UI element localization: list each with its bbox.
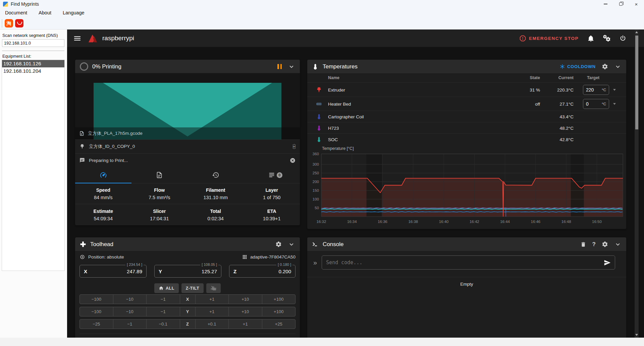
menu-icon[interactable] <box>73 34 82 43</box>
svg-text:16:44: 16:44 <box>500 220 510 224</box>
axis-x-field[interactable]: X 247.89 [ 234.54 ] <box>79 265 147 278</box>
axis-x-limit: [ 234.54 ] <box>125 263 144 267</box>
chevron-down-icon[interactable] <box>614 63 622 70</box>
print-panel-tabs: 0 <box>75 167 300 183</box>
store-icon[interactable] <box>15 19 23 27</box>
sidebar: Scan network segment (DNS) Equipment Lis… <box>0 30 67 346</box>
printer-webview: raspberrypi EMERGENCY STOP 0% Printing <box>67 30 644 338</box>
jog-button[interactable]: +10 <box>229 307 262 316</box>
taobao-icon[interactable]: 淘 <box>5 19 13 27</box>
jog-button[interactable]: −25 <box>80 320 113 329</box>
close-button[interactable]: × <box>629 0 644 8</box>
temp-row-soc: SOC 42.8°C <box>307 133 626 145</box>
tab-queue[interactable]: 0 <box>244 167 300 183</box>
bed-target-input[interactable]: °C <box>583 99 609 109</box>
svg-text:16:40: 16:40 <box>439 220 449 224</box>
tab-history[interactable] <box>187 167 244 183</box>
dropdown-caret-icon[interactable] <box>613 89 616 91</box>
menu-about[interactable]: About <box>39 10 51 15</box>
chevron-down-icon[interactable] <box>288 63 295 70</box>
jog-button[interactable]: +0.1 <box>196 320 229 329</box>
stat-label: Slicer <box>131 209 188 214</box>
menu-document[interactable]: Document <box>5 10 27 15</box>
jog-button[interactable]: +100 <box>262 307 296 316</box>
console-empty-text: Empty <box>307 282 626 287</box>
console-command-input[interactable] <box>326 260 604 266</box>
scroll-up-icon[interactable] <box>635 31 638 33</box>
jog-button[interactable]: +1 <box>229 320 262 329</box>
send-icon[interactable] <box>604 259 611 266</box>
jog-button[interactable]: +1 <box>196 307 229 316</box>
gear-icon[interactable] <box>275 241 282 247</box>
stat-value: 131.10 mm <box>187 195 244 200</box>
maximize-button[interactable] <box>613 0 629 8</box>
window-titlebar: Find Myprints × <box>0 0 644 8</box>
mesh-profile[interactable]: adaptive-7F8047CA50 <box>242 254 296 260</box>
progress-ring-icon <box>80 62 88 71</box>
chart-canvas: 5010015020025030036016:3216:3416:3616:38… <box>307 145 626 225</box>
svg-text:16:50: 16:50 <box>592 220 602 224</box>
equipment-item[interactable]: 192.168.101.126 <box>2 60 64 67</box>
scan-segment-input[interactable] <box>2 39 64 47</box>
axis-z-field[interactable]: Z 0.200 [ 0.180 ] <box>229 265 296 278</box>
home-all-button[interactable]: ALL <box>154 283 179 293</box>
chevron-down-icon[interactable] <box>288 241 295 248</box>
scrollbar-thumb[interactable] <box>635 36 638 129</box>
print-stats-row2: Estimate54:09:34 Slicer17:04:31 Total0:0… <box>75 205 300 225</box>
position-mode: Position: absolute <box>88 254 124 260</box>
tab-files[interactable] <box>131 167 188 183</box>
toolhead-panel-header: Toolhead <box>75 237 300 251</box>
extruder-target-input[interactable]: °C <box>583 85 609 95</box>
chevron-down-icon[interactable] <box>614 241 622 248</box>
jog-button[interactable]: −10 <box>113 307 147 316</box>
snowflake-icon <box>560 64 565 69</box>
help-icon[interactable]: ? <box>592 241 596 248</box>
status-message: Preparing to Print... <box>89 158 128 163</box>
tab-speed[interactable] <box>75 167 131 183</box>
move-cross-icon <box>80 241 86 247</box>
dropdown-caret-icon[interactable] <box>613 103 616 105</box>
jog-button[interactable]: −1 <box>147 295 180 304</box>
jog-button[interactable]: −100 <box>80 307 113 316</box>
scroll-down-icon[interactable] <box>635 334 638 336</box>
trash-icon[interactable] <box>580 241 586 247</box>
console-command-field[interactable] <box>322 255 615 270</box>
jog-button[interactable]: −100 <box>80 295 113 304</box>
motors-off-button[interactable] <box>206 283 221 293</box>
temperature-chart[interactable]: Temperature [°C] 5010015020025030036016:… <box>307 145 626 228</box>
axis-y-field[interactable]: Y 125.27 [ 108.05 ] <box>154 265 221 278</box>
gear-icon[interactable] <box>602 241 608 247</box>
jog-button[interactable]: −1 <box>147 307 180 316</box>
jog-button[interactable]: +10 <box>229 295 262 304</box>
power-icon[interactable] <box>619 35 627 42</box>
jog-button[interactable]: −10 <box>113 295 147 304</box>
svg-text:200: 200 <box>313 180 319 184</box>
notifications-bell-icon[interactable] <box>587 35 594 42</box>
jog-button[interactable]: +100 <box>262 295 296 304</box>
console-title: Console <box>323 241 343 248</box>
print-status-title: 0% Printing <box>92 63 121 70</box>
menubar: Document About Language <box>0 8 644 17</box>
settings-cogs-icon[interactable] <box>603 35 611 42</box>
pause-button[interactable] <box>277 64 282 69</box>
gear-icon[interactable] <box>602 63 608 70</box>
window-title: Find Myprints <box>11 1 39 7</box>
z-tilt-button[interactable]: Z-TILT <box>181 283 204 293</box>
jog-button[interactable]: −1 <box>113 320 147 329</box>
cooldown-button[interactable]: COOLDOWN <box>560 64 596 69</box>
axis-z-value: 0.200 <box>278 269 291 274</box>
jog-button[interactable]: +25 <box>262 320 296 329</box>
toolbar-grip[interactable] <box>1 19 3 28</box>
webview-scrollbar[interactable] <box>635 30 639 338</box>
thermometer-icon <box>316 125 322 131</box>
jog-button[interactable]: +1 <box>196 295 229 304</box>
emergency-stop-button[interactable]: EMERGENCY STOP <box>519 35 579 42</box>
equipment-item[interactable]: 192.168.101.204 <box>2 67 64 75</box>
exclude-object-button[interactable]: × <box>293 144 296 149</box>
dismiss-message-icon[interactable] <box>290 158 296 163</box>
jog-axis-label: X <box>180 295 196 304</box>
jog-button[interactable]: −0.1 <box>147 320 180 329</box>
menu-language[interactable]: Language <box>63 10 85 15</box>
temp-row-cartographer: Cartographer Coil 43.4°C <box>307 111 626 122</box>
minimize-button[interactable] <box>598 0 613 8</box>
